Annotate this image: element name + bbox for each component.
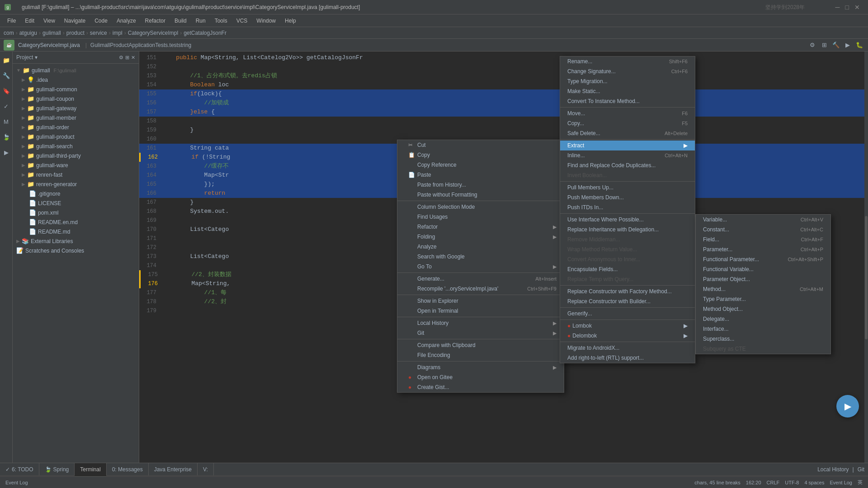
toolbar-debug[interactable]: 🐛	[854, 40, 864, 50]
status-crlf[interactable]: CRLF	[767, 480, 780, 485]
refactor-factory-method[interactable]: Replace Constructor with Factory Method.…	[560, 286, 695, 296]
ctx-compare-clipboard[interactable]: Compare with Clipboard	[397, 340, 564, 350]
bottom-tab-terminal[interactable]: Terminal	[75, 463, 106, 476]
breadcrumb-gulimall[interactable]: gulimall	[42, 30, 61, 36]
ctx-generate[interactable]: Generate... Alt+Insert	[397, 274, 564, 284]
ctx-column[interactable]: Column Selection Mode	[397, 202, 564, 212]
toolbar-layout[interactable]: ⊞	[819, 40, 829, 50]
ctx-recompile[interactable]: Recompile '...oryServiceImpl.java' Ctrl+…	[397, 284, 564, 294]
close-btn[interactable]: ✕	[854, 4, 860, 11]
menu-view[interactable]: View	[40, 17, 59, 25]
refactor-encapsulate[interactable]: Encapsulate Fields...	[560, 264, 695, 274]
toolbar-settings[interactable]: ⚙	[807, 40, 817, 50]
run-floating-button[interactable]: ▶	[836, 395, 859, 418]
test-tab[interactable]: GulimallProductApplicationTests.teststri…	[90, 42, 191, 48]
sidebar-item-scratches[interactable]: 📝 Scratches and Consoles	[13, 246, 139, 255]
ctx-copy[interactable]: 📋 Copy	[397, 150, 564, 160]
sidebar-item-generator[interactable]: ▶ 📁 renren-generator	[13, 179, 139, 189]
extract-interface[interactable]: Interface...	[696, 324, 830, 334]
extract-field[interactable]: Field... Ctrl+Alt+F	[696, 235, 830, 244]
extract-variable[interactable]: Variable... Ctrl+Alt+V	[696, 215, 830, 225]
menu-help[interactable]: Help	[281, 17, 300, 25]
extract-parameter[interactable]: Parameter... Ctrl+Alt+P	[696, 244, 830, 254]
status-spaces[interactable]: 4 spaces	[804, 480, 824, 485]
sidebar-layout[interactable]: ⊞	[125, 55, 129, 61]
refactor-copy[interactable]: Copy... F5	[560, 118, 695, 128]
ctx-paste[interactable]: 📄 Paste	[397, 170, 564, 180]
refactor-move[interactable]: Move... F6	[560, 108, 695, 118]
sidebar-item-common[interactable]: ▶ 📁 gulimall-common	[13, 84, 139, 94]
refactor-push-itds[interactable]: Push ITDs In...	[560, 202, 695, 212]
sidebar-item-product[interactable]: ▶ 📁 gulimall-product	[13, 132, 139, 141]
ctx-local-history[interactable]: Local History ▶	[397, 318, 564, 328]
sidebar-item-pom[interactable]: 📄 pom.xml	[13, 208, 139, 217]
ctx-open-gitee[interactable]: ● Open on Gitee	[397, 372, 564, 382]
breadcrumb-service[interactable]: service	[90, 30, 107, 36]
ctx-diagrams[interactable]: Diagrams ▶	[397, 362, 564, 372]
maven-icon[interactable]: M	[1, 117, 11, 127]
menu-file[interactable]: File	[4, 17, 19, 25]
menu-build[interactable]: Build	[171, 17, 190, 25]
refactor-type-migration[interactable]: Type Migration...	[560, 76, 695, 86]
extract-param-object[interactable]: Parameter Object...	[696, 274, 830, 284]
breadcrumb-method[interactable]: getCatalogJsonFr	[184, 30, 226, 36]
bottom-tab-messages[interactable]: 0: Messages	[107, 463, 149, 476]
sidebar-item-license[interactable]: 📄 LICENSE	[13, 198, 139, 208]
refactor-replace-inheritance[interactable]: Replace Inheritance with Delegation...	[560, 225, 695, 235]
ctx-goto[interactable]: Go To ▶	[397, 262, 564, 272]
bottom-tab-v[interactable]: V:	[198, 463, 214, 476]
ctx-cut[interactable]: ✂ Cut	[397, 140, 564, 150]
refactor-delombok[interactable]: ● Delombok ▶	[560, 331, 695, 341]
minimize-btn[interactable]: ─	[835, 4, 840, 11]
ctx-folding[interactable]: Folding ▶	[397, 232, 564, 242]
sidebar-item-gateway[interactable]: ▶ 📁 gulimall-gateway	[13, 103, 139, 113]
todo-icon[interactable]: ✓	[1, 101, 11, 111]
menu-refactor[interactable]: Refactor	[142, 17, 169, 25]
bottom-tab-spring[interactable]: 🍃 Spring	[39, 463, 75, 476]
sidebar-close[interactable]: ✕	[131, 55, 135, 61]
breadcrumb-atguigu[interactable]: atguigu	[19, 30, 37, 36]
ctx-open-terminal[interactable]: Open in Terminal	[397, 306, 564, 316]
sidebar-item-gitignore[interactable]: 📄 .gitignore	[13, 189, 139, 198]
refactor-use-interface[interactable]: Use Interface Where Possible...	[560, 215, 695, 225]
breadcrumb-product[interactable]: product	[66, 30, 85, 36]
maximize-btn[interactable]: □	[845, 4, 849, 11]
menu-vcs[interactable]: VCS	[233, 17, 251, 25]
refactor-inline[interactable]: Inline... Ctrl+Alt+N	[560, 150, 695, 160]
ctx-find-usages[interactable]: Find Usages	[397, 212, 564, 222]
extract-constant[interactable]: Constant... Ctrl+Alt+C	[696, 225, 830, 235]
refactor-safe-delete[interactable]: Safe Delete... Alt+Delete	[560, 128, 695, 138]
menu-code[interactable]: Code	[91, 17, 111, 25]
refactor-make-static[interactable]: Make Static...	[560, 86, 695, 96]
sidebar-item-ware[interactable]: ▶ 📁 gulimall-ware	[13, 160, 139, 170]
menu-edit[interactable]: Edit	[21, 17, 38, 25]
ctx-copy-ref[interactable]: Copy Reference	[397, 160, 564, 170]
breadcrumb-com[interactable]: com	[4, 30, 14, 36]
sidebar-item-third[interactable]: ▶ 📁 gulimall-third-party	[13, 151, 139, 160]
bottom-tab-todo[interactable]: ✓ 6: TODO	[0, 463, 39, 476]
sidebar-item-gulimall[interactable]: ▼ 📁 gulimall F:\gulimall	[13, 66, 139, 75]
ctx-paste-no-format[interactable]: Paste without Formatting	[397, 190, 564, 200]
ctx-refactor[interactable]: Refactor ▶	[397, 222, 564, 232]
menu-run[interactable]: Run	[192, 17, 209, 25]
event-log[interactable]: Event Log	[5, 480, 28, 485]
refactor-migrate-androidx[interactable]: Migrate to AndroidX...	[560, 343, 695, 353]
ctx-git[interactable]: Git ▶	[397, 328, 564, 338]
refactor-rename[interactable]: Rename... Shift+F6	[560, 56, 695, 66]
menu-window[interactable]: Window	[253, 17, 279, 25]
menu-tools[interactable]: Tools	[211, 17, 231, 25]
sidebar-item-order[interactable]: ▶ 📁 gulimall-order	[13, 122, 139, 132]
refactor-push-down[interactable]: Push Members Down...	[560, 192, 695, 202]
sidebar-item-idea[interactable]: ▶ 💡 .idea	[13, 75, 139, 84]
structure-icon[interactable]: 🔧	[1, 70, 11, 80]
refactor-pull-up[interactable]: Pull Members Up...	[560, 183, 695, 192]
breadcrumb-impl[interactable]: impl	[113, 30, 123, 36]
sidebar-gear[interactable]: ⚙	[119, 55, 123, 61]
menu-analyze[interactable]: Analyze	[113, 17, 140, 25]
sidebar-item-coupon[interactable]: ▶ 📁 gulimall-coupon	[13, 94, 139, 103]
toolbar-build[interactable]: 🔨	[831, 40, 841, 50]
extract-delegate[interactable]: Delegate...	[696, 314, 830, 324]
ctx-search-google[interactable]: Search with Google	[397, 252, 564, 262]
extract-method-obj[interactable]: Method Object...	[696, 304, 830, 314]
menu-navigate[interactable]: Navigate	[61, 17, 89, 25]
